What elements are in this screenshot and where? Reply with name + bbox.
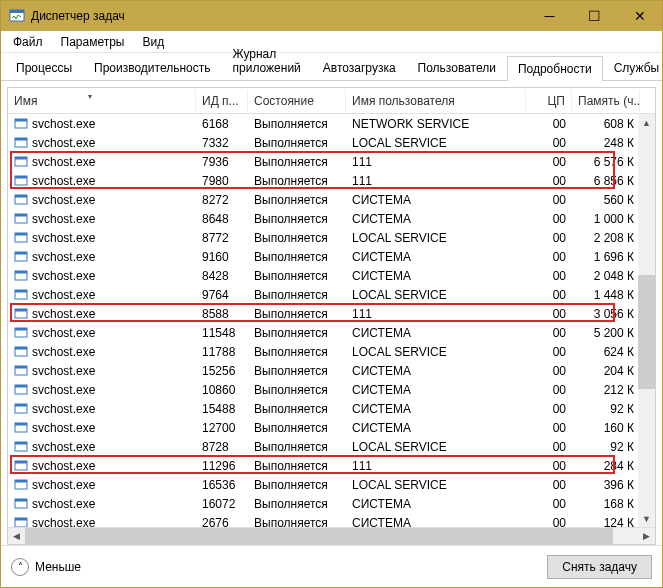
- table-row[interactable]: svchost.exe8428ВыполняетсяСИСТЕМА002 048…: [8, 266, 655, 285]
- cell-pid: 7980: [196, 174, 248, 188]
- tab-performance[interactable]: Производительность: [83, 55, 221, 80]
- table-row[interactable]: svchost.exe16072ВыполняетсяСИСТЕМА00168 …: [8, 494, 655, 513]
- cell-user: 111: [346, 155, 526, 169]
- app-icon: [9, 8, 25, 24]
- end-task-button[interactable]: Снять задачу: [547, 555, 652, 579]
- table-row[interactable]: svchost.exe7936Выполняется111006 576 К: [8, 152, 655, 171]
- table-row[interactable]: svchost.exe11296Выполняется11100284 К: [8, 456, 655, 475]
- tab-users[interactable]: Пользователи: [407, 55, 507, 80]
- table-row[interactable]: svchost.exe9160ВыполняетсяСИСТЕМА001 696…: [8, 247, 655, 266]
- cell-cpu: 00: [526, 497, 572, 511]
- process-icon: [14, 402, 28, 416]
- cell-user: СИСТЕМА: [346, 364, 526, 378]
- menu-options[interactable]: Параметры: [53, 33, 133, 51]
- cell-state: Выполняется: [248, 459, 346, 473]
- horizontal-scrollbar[interactable]: ◀ ▶: [8, 527, 655, 544]
- table-row[interactable]: svchost.exe15256ВыполняетсяСИСТЕМА00204 …: [8, 361, 655, 380]
- fewer-details-button[interactable]: ˄ Меньше: [11, 558, 81, 576]
- col-header-mem[interactable]: Память (ч...: [572, 90, 640, 112]
- table-row[interactable]: svchost.exe8772ВыполняетсяLOCAL SERVICE0…: [8, 228, 655, 247]
- col-header-name-label: Имя: [14, 94, 37, 108]
- cell-pid: 9764: [196, 288, 248, 302]
- cell-pid: 10860: [196, 383, 248, 397]
- table-row[interactable]: svchost.exe2676ВыполняетсяСИСТЕМА00124 К: [8, 513, 655, 527]
- cell-state: Выполняется: [248, 136, 346, 150]
- svg-rect-25: [15, 328, 27, 331]
- cell-mem: 608 К: [572, 117, 640, 131]
- cell-cpu: 00: [526, 212, 572, 226]
- cell-mem: 160 К: [572, 421, 640, 435]
- scroll-up-icon[interactable]: ▲: [638, 114, 655, 131]
- scroll-h-track[interactable]: [25, 528, 638, 545]
- svg-rect-45: [15, 518, 27, 521]
- col-header-cpu[interactable]: ЦП: [526, 90, 572, 112]
- scroll-h-thumb[interactable]: [25, 528, 613, 545]
- table-row[interactable]: svchost.exe8272ВыполняетсяСИСТЕМА00560 К: [8, 190, 655, 209]
- cell-name: svchost.exe: [32, 421, 95, 435]
- scroll-left-icon[interactable]: ◀: [8, 528, 25, 545]
- table-row[interactable]: svchost.exe6168ВыполняетсяNETWORK SERVIC…: [8, 114, 655, 133]
- cell-mem: 2 048 К: [572, 269, 640, 283]
- col-header-state[interactable]: Состояние: [248, 90, 346, 112]
- cell-mem: 1 696 К: [572, 250, 640, 264]
- titlebar[interactable]: Диспетчер задач ─ ☐ ✕: [1, 1, 662, 31]
- table-row[interactable]: svchost.exe7980Выполняется111006 856 К: [8, 171, 655, 190]
- table-row[interactable]: svchost.exe9764ВыполняетсяLOCAL SERVICE0…: [8, 285, 655, 304]
- menu-view[interactable]: Вид: [134, 33, 172, 51]
- cell-name: svchost.exe: [32, 364, 95, 378]
- cell-name: svchost.exe: [32, 402, 95, 416]
- col-header-name[interactable]: Имя ▾: [8, 90, 196, 112]
- tab-services[interactable]: Службы: [603, 55, 663, 80]
- table-row[interactable]: svchost.exe12700ВыполняетсяСИСТЕМА00160 …: [8, 418, 655, 437]
- cell-pid: 15488: [196, 402, 248, 416]
- cell-pid: 11296: [196, 459, 248, 473]
- scroll-right-icon[interactable]: ▶: [638, 528, 655, 545]
- maximize-button[interactable]: ☐: [572, 1, 617, 31]
- cell-state: Выполняется: [248, 231, 346, 245]
- svg-rect-5: [15, 138, 27, 141]
- table-row[interactable]: svchost.exe11548ВыполняетсяСИСТЕМА005 20…: [8, 323, 655, 342]
- scroll-v-thumb[interactable]: [638, 275, 655, 389]
- cell-name: svchost.exe: [32, 117, 95, 131]
- cell-state: Выполняется: [248, 174, 346, 188]
- table-row[interactable]: svchost.exe7332ВыполняетсяLOCAL SERVICE0…: [8, 133, 655, 152]
- minimize-button[interactable]: ─: [527, 1, 572, 31]
- vertical-scrollbar[interactable]: ▲ ▼: [638, 114, 655, 527]
- cell-state: Выполняется: [248, 497, 346, 511]
- cell-name: svchost.exe: [32, 478, 95, 492]
- table-row[interactable]: svchost.exe11788ВыполняетсяLOCAL SERVICE…: [8, 342, 655, 361]
- cell-cpu: 00: [526, 269, 572, 283]
- cell-cpu: 00: [526, 364, 572, 378]
- cell-cpu: 00: [526, 459, 572, 473]
- tab-app-history[interactable]: Журнал приложений: [222, 41, 312, 80]
- col-header-pid[interactable]: ИД п...: [196, 90, 248, 112]
- tab-startup[interactable]: Автозагрузка: [312, 55, 407, 80]
- scroll-v-track[interactable]: [638, 131, 655, 510]
- col-header-user[interactable]: Имя пользователя: [346, 90, 526, 112]
- grid-body[interactable]: svchost.exe6168ВыполняетсяNETWORK SERVIC…: [8, 114, 655, 527]
- cell-user: LOCAL SERVICE: [346, 288, 526, 302]
- process-icon: [14, 364, 28, 378]
- svg-rect-21: [15, 290, 27, 293]
- svg-rect-31: [15, 385, 27, 388]
- cell-pid: 8428: [196, 269, 248, 283]
- menu-file[interactable]: Файл: [5, 33, 51, 51]
- table-row[interactable]: svchost.exe8728ВыполняетсяLOCAL SERVICE0…: [8, 437, 655, 456]
- table-row[interactable]: svchost.exe8588Выполняется111003 056 К: [8, 304, 655, 323]
- svg-rect-29: [15, 366, 27, 369]
- close-button[interactable]: ✕: [617, 1, 662, 31]
- table-row[interactable]: svchost.exe15488ВыполняетсяСИСТЕМА0092 К: [8, 399, 655, 418]
- cell-name: svchost.exe: [32, 383, 95, 397]
- table-row[interactable]: svchost.exe16536ВыполняетсяLOCAL SERVICE…: [8, 475, 655, 494]
- process-icon: [14, 269, 28, 283]
- table-row[interactable]: svchost.exe10860ВыполняетсяСИСТЕМА00212 …: [8, 380, 655, 399]
- table-row[interactable]: svchost.exe8648ВыполняетсяСИСТЕМА001 000…: [8, 209, 655, 228]
- cell-user: LOCAL SERVICE: [346, 231, 526, 245]
- cell-pid: 8772: [196, 231, 248, 245]
- task-manager-window: Диспетчер задач ─ ☐ ✕ Файл Параметры Вид…: [0, 0, 663, 588]
- tab-details[interactable]: Подробности: [507, 56, 603, 81]
- cell-pid: 8272: [196, 193, 248, 207]
- tab-processes[interactable]: Процессы: [5, 55, 83, 80]
- scroll-down-icon[interactable]: ▼: [638, 510, 655, 527]
- process-icon: [14, 326, 28, 340]
